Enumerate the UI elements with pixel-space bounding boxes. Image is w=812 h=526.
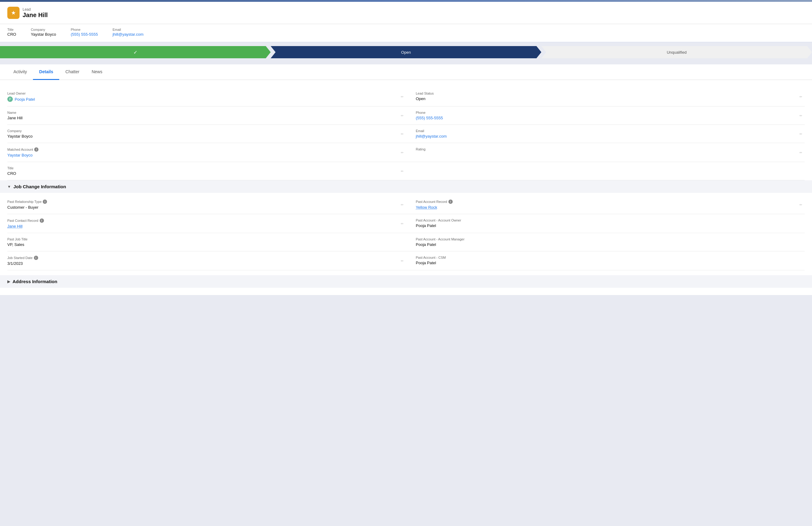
title-detail-field: Title CRO ✏ (7, 162, 406, 180)
past-account-record-edit-icon[interactable]: ✏ (799, 202, 802, 207)
past-contact-record-value[interactable]: Jane Hill (7, 224, 394, 228)
job-change-chevron-icon: ▼ (7, 184, 11, 189)
title-detail-edit-icon[interactable]: ✏ (401, 169, 404, 173)
past-account-manager-label: Past Account - Account Manager (416, 237, 800, 241)
title-field: Title CRO (7, 28, 16, 37)
title-value: CRO (7, 32, 16, 36)
lead-icon: ★ (7, 7, 19, 19)
lead-owner-edit-icon[interactable]: ✏ (401, 95, 404, 99)
tabs: Activity Details Chatter News (0, 64, 812, 80)
tab-chatter[interactable]: Chatter (59, 64, 86, 80)
past-contact-record-info-icon[interactable]: i (40, 219, 44, 223)
job-started-date-edit-icon[interactable]: ✏ (401, 259, 404, 263)
job-change-section-header[interactable]: ▼ Job Change Information (0, 180, 812, 193)
title-detail-value: CRO (7, 171, 394, 176)
tab-activity[interactable]: Activity (7, 64, 33, 80)
job-started-date-label: Job Started Date i (7, 256, 394, 260)
past-account-owner-value: Pooja Patel (416, 223, 800, 228)
lead-status-edit-icon[interactable]: ✏ (799, 95, 802, 99)
past-relationship-type-label: Past Relationship Type i (7, 199, 394, 204)
job-started-date-value: 3/1/2023 (7, 261, 394, 266)
email-value[interactable]: jhill@yaystar.com (113, 32, 144, 36)
title-detail-label: Title (7, 166, 394, 170)
past-account-record-label: Past Account Record i (416, 199, 800, 204)
matched-account-info-icon[interactable]: i (34, 147, 39, 152)
past-relationship-type-value: Customer - Buyer (7, 205, 394, 210)
check-icon: ✓ (133, 49, 137, 55)
details-content: Lead Owner P Pooja Patel ✏ Lead Status O… (0, 80, 812, 295)
phone-detail-edit-icon[interactable]: ✏ (799, 114, 802, 118)
name-value: Jane Hill (7, 116, 394, 120)
phone-field: Phone (555) 555-5555 (71, 28, 98, 37)
main-content: Activity Details Chatter News Lead Owner… (0, 64, 812, 295)
phone-detail-value[interactable]: (555) 555-5555 (416, 116, 800, 120)
past-account-manager-field: Past Account - Account Manager Pooja Pat… (406, 233, 805, 251)
company-detail-value: Yaystar Boyco (7, 134, 394, 138)
lead-status-value: Open (416, 96, 800, 101)
name-edit-icon[interactable]: ✏ (401, 114, 404, 118)
past-relationship-info-icon[interactable]: i (43, 199, 47, 204)
email-detail-edit-icon[interactable]: ✏ (799, 132, 802, 136)
company-value: Yaystar Boyco (31, 32, 56, 36)
tab-details[interactable]: Details (33, 64, 59, 80)
past-account-owner-label: Past Account - Account Owner (416, 219, 800, 222)
job-started-date-info-icon[interactable]: i (34, 256, 38, 260)
record-type: Lead (23, 7, 48, 12)
past-job-title-field: Past Job Title VP, Sales (7, 233, 406, 251)
main-fields-grid: Lead Owner P Pooja Patel ✏ Lead Status O… (7, 87, 805, 180)
job-started-date-field: Job Started Date i 3/1/2023 ✏ (7, 251, 406, 270)
rating-field: Rating ✏ (406, 143, 805, 162)
lead-status-field: Lead Status Open ✏ (406, 87, 805, 106)
past-job-title-value: VP, Sales (7, 242, 394, 247)
past-account-record-field: Past Account Record i Yellow Rock ✏ (406, 195, 805, 214)
lead-owner-value[interactable]: Pooja Patel (15, 97, 35, 102)
lead-name: Jane Hill (23, 12, 48, 19)
company-label: Company (31, 28, 56, 31)
title-label: Title (7, 28, 16, 31)
job-change-fields-grid: Past Relationship Type i Customer - Buye… (7, 195, 805, 270)
matched-account-label: Matched Account i (7, 147, 394, 152)
lead-owner-label: Lead Owner (7, 92, 394, 95)
progress-step-unqualified[interactable]: Unqualified (541, 46, 812, 58)
job-change-section: ▼ Job Change Information Past Relationsh… (7, 180, 805, 270)
phone-detail-label: Phone (416, 111, 800, 115)
progress-step-open[interactable]: Open (271, 46, 541, 58)
progress-bar: ✓ Open Unqualified (0, 42, 812, 62)
past-account-csm-field: Past Account - CSM Pooja Patel (406, 251, 805, 270)
rating-label: Rating (416, 147, 800, 151)
past-account-csm-label: Past Account - CSM (416, 256, 800, 259)
past-job-title-label: Past Job Title (7, 237, 394, 241)
progress-step-done[interactable]: ✓ (0, 46, 271, 58)
past-contact-record-label: Past Contact Record i (7, 219, 394, 223)
company-field: Company Yaystar Boyco (31, 28, 56, 37)
address-section-header[interactable]: ▶ Address Information (0, 275, 812, 288)
tab-news[interactable]: News (86, 64, 108, 80)
name-field: Name Jane Hill ✏ (7, 106, 406, 125)
owner-avatar: P (7, 96, 13, 102)
rating-edit-icon[interactable]: ✏ (799, 150, 802, 154)
past-account-record-value[interactable]: Yellow Rock (416, 205, 800, 210)
matched-account-field: Matched Account i Yaystar Boyco ✏ (7, 143, 406, 162)
email-field: Email jhill@yaystar.com (113, 28, 144, 37)
lead-owner-field: Lead Owner P Pooja Patel ✏ (7, 87, 406, 106)
email-detail-value[interactable]: jhill@yaystar.com (416, 134, 800, 138)
email-label: Email (113, 28, 144, 31)
name-label: Name (7, 111, 394, 115)
past-contact-record-field: Past Contact Record i Jane Hill ✏ (7, 214, 406, 233)
matched-account-value[interactable]: Yaystar Boyco (7, 153, 394, 157)
past-account-record-info-icon[interactable]: i (448, 199, 453, 204)
company-detail-edit-icon[interactable]: ✏ (401, 132, 404, 136)
matched-account-edit-icon[interactable]: ✏ (401, 150, 404, 154)
info-bar: Title CRO Company Yaystar Boyco Phone (5… (0, 24, 812, 42)
title-right-empty (406, 162, 805, 180)
phone-value[interactable]: (555) 555-5555 (71, 32, 98, 36)
past-contact-record-edit-icon[interactable]: ✏ (401, 222, 404, 225)
phone-detail-field: Phone (555) 555-5555 ✏ (406, 106, 805, 125)
past-relationship-edit-icon[interactable]: ✏ (401, 202, 404, 207)
company-detail-label: Company (7, 129, 394, 133)
past-account-manager-value: Pooja Patel (416, 242, 800, 247)
email-detail-field: Email jhill@yaystar.com ✏ (406, 125, 805, 143)
page-header: ★ Lead Jane Hill (0, 2, 812, 24)
past-account-owner-field: Past Account - Account Owner Pooja Patel (406, 214, 805, 233)
past-relationship-type-field: Past Relationship Type i Customer - Buye… (7, 195, 406, 214)
